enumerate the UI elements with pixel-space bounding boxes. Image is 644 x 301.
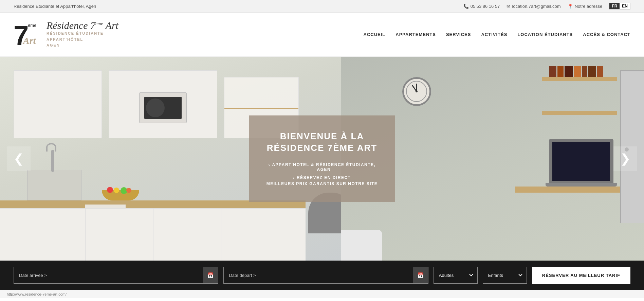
email-item: ✉ location.7art@gmail.com	[507, 4, 560, 9]
microwave-screen	[144, 97, 182, 119]
svg-line-4	[412, 86, 417, 91]
main-nav: ACCUEIL APPARTEMENTS SERVICES ACTIVITÉS …	[364, 32, 630, 37]
faucet-head	[46, 143, 56, 152]
address-label[interactable]: Notre adresse	[575, 4, 603, 9]
logo-title: Résidence 7ème Art	[47, 20, 118, 31]
sink	[27, 170, 81, 200]
site-header: 7 ème Art Résidence 7ème Art RÉSIDENCE É…	[0, 13, 644, 57]
lower-cabinets	[0, 208, 306, 261]
phone-number: 05 53 86 16 57	[471, 4, 500, 9]
kitchen-cabinet-top-middle	[109, 70, 217, 138]
arrival-date-input[interactable]	[14, 267, 203, 283]
site-tagline: Résidence Etudiante et Appart'hotel, Age…	[14, 4, 96, 9]
nav-appartements[interactable]: APPARTEMENTS	[395, 32, 436, 37]
arrival-calendar-icon[interactable]: 📅	[203, 267, 218, 283]
table	[85, 205, 126, 208]
address-item: 📍 Notre adresse	[568, 4, 603, 9]
white-chair	[341, 216, 385, 261]
nav-accueil[interactable]: ACCUEIL	[364, 32, 386, 37]
arrival-date-field[interactable]: 📅	[14, 267, 218, 284]
nav-acces-contact[interactable]: ACCÈS & CONTACT	[583, 32, 630, 37]
hero-reserve-line: › RÉSERVEZ EN DIRECT MEILLEURS PRIX GARA…	[266, 174, 378, 187]
email-address: location.7art@gmail.com	[512, 4, 560, 9]
location-icon: 📍	[568, 4, 573, 9]
lang-switcher[interactable]: FR EN	[609, 3, 630, 10]
hero-section: BIENVENUE À LA RÉSIDENCE 7ÈME ART › APPA…	[0, 57, 644, 261]
svg-text:Art: Art	[22, 35, 36, 46]
hero-sub1-text: APPART'HOTEL & RÉSIDENCE ÉTUDIANTE, AGEN	[272, 162, 375, 172]
desk-surface	[515, 187, 630, 193]
fruit-bowl	[102, 187, 139, 200]
depart-calendar-icon[interactable]: 📅	[413, 267, 428, 283]
top-bar-right: 📞 05 53 86 16 57 ✉ location.7art@gmail.c…	[463, 3, 630, 10]
logo-icon: 7 ème Art	[14, 19, 42, 50]
status-bar: http://www.residence-7eme-art.com/	[0, 290, 644, 298]
children-select[interactable]: Enfants 0 1 2 3	[483, 267, 527, 284]
nav-location-etudiants[interactable]: LOCATION ÉTUDIANTS	[517, 32, 573, 37]
upper-shelf	[542, 77, 617, 81]
next-slide-button[interactable]: ❯	[613, 146, 637, 171]
depart-date-field[interactable]: 📅	[223, 267, 428, 284]
shelf-divider	[224, 108, 298, 109]
email-icon: ✉	[507, 4, 510, 9]
nav-activites[interactable]: ACTIVITÉS	[481, 32, 507, 37]
reserve-button[interactable]: RÉSERVER AU MEILLEUR TARIF	[532, 267, 630, 284]
hero-title: BIENVENUE À LA RÉSIDENCE 7ÈME ART	[266, 131, 378, 154]
books	[549, 66, 613, 77]
hero-content-box: BIENVENUE À LA RÉSIDENCE 7ÈME ART › APPA…	[249, 116, 395, 202]
microwave	[139, 92, 187, 123]
hero-sub1: › APPART'HOTEL & RÉSIDENCE ÉTUDIANTE, AG…	[266, 162, 378, 172]
laptop-area	[549, 139, 617, 187]
faucet	[51, 150, 54, 172]
logo-subtitle: RÉSIDENCE ÉTUDIANTE APPART'HÔTEL AGEN	[47, 31, 118, 49]
nav-services[interactable]: SERVICES	[446, 32, 471, 37]
chevron-icon-2: ›	[293, 175, 295, 180]
wall-clock	[402, 77, 431, 106]
booking-bar: 📅 📅 Adultes 1 2 3 4 Enfants 0 1 2 3 RÉSE…	[0, 261, 644, 290]
phone-item: 📞 05 53 86 16 57	[463, 4, 500, 9]
lang-fr-button[interactable]: FR	[609, 3, 620, 9]
logo-area[interactable]: 7 ème Art Résidence 7ème Art RÉSIDENCE É…	[14, 19, 118, 50]
svg-text:ème: ème	[28, 23, 36, 28]
prev-slide-button[interactable]: ❮	[7, 146, 31, 171]
adults-select[interactable]: Adultes 1 2 3 4	[434, 267, 478, 284]
status-url: http://www.residence-7eme-art.com/	[7, 292, 67, 296]
lang-en-button[interactable]: EN	[620, 3, 630, 9]
phone-icon: 📞	[463, 4, 469, 9]
logo-text: Résidence 7ème Art RÉSIDENCE ÉTUDIANTE A…	[47, 20, 118, 49]
kitchen-cabinet-top-left	[14, 70, 102, 138]
lower-shelf	[542, 111, 617, 115]
chevron-icon-1: ›	[269, 162, 271, 167]
svg-point-6	[416, 90, 418, 92]
depart-date-input[interactable]	[224, 267, 412, 283]
top-bar: Résidence Etudiante et Appart'hotel, Age…	[0, 0, 644, 13]
